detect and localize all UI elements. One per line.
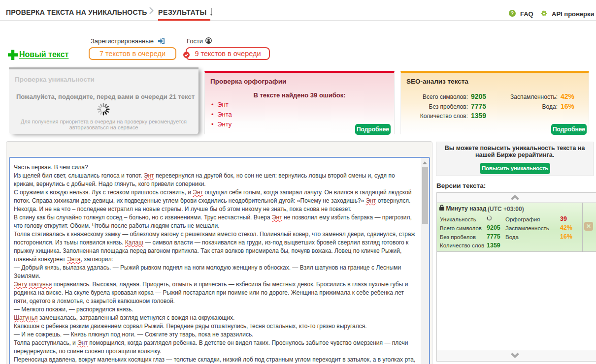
svg-text:?: ? [510,10,513,16]
